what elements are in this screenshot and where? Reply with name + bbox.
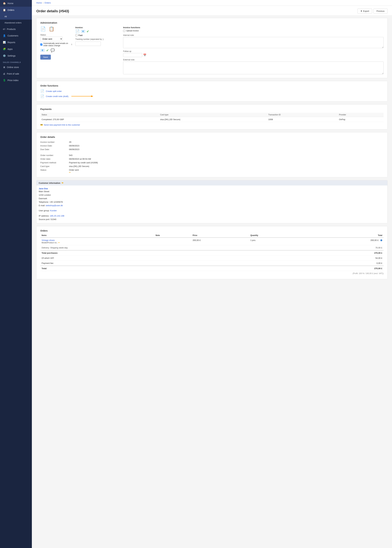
- items-table: Items Note Price Quantity Total Vintage …: [40, 233, 384, 271]
- user-group-link[interactable]: Kunder: [50, 209, 57, 212]
- products-icon: 🏷: [3, 28, 5, 30]
- export-icon: ⬆: [360, 10, 362, 12]
- paid-checkbox[interactable]: [75, 34, 77, 36]
- col-note: Note: [154, 233, 191, 238]
- auto-email-checkbox[interactable]: [40, 43, 42, 46]
- ip-link[interactable]: 185.25.142.198: [50, 215, 64, 217]
- sales-channels-label: SALES CHANNELS: [0, 59, 32, 64]
- administration-title: Administration: [40, 21, 384, 24]
- status-icons-row: 📧 ✔ 💬: [40, 48, 72, 52]
- grand-total-value: 270,00 £: [305, 266, 384, 271]
- model-edit-icon[interactable]: ✏: [58, 241, 60, 244]
- sidebar-item-settings[interactable]: ⚙️ Settings: [0, 52, 32, 59]
- main-content: Home › Orders Order details (#543) ⬆ Exp…: [32, 0, 392, 548]
- invoice-col: Invoice: 📄 📧 ✔ Paid Tracking number (sep…: [75, 26, 120, 75]
- item-row: Vintage shoes Model/Product no.: ✏ 200,0…: [40, 238, 384, 245]
- breadcrumb-separator: ›: [43, 2, 43, 4]
- sidebar-item-customers[interactable]: 👤 Customers: [0, 32, 32, 39]
- payment-provider: OnPay: [338, 117, 384, 122]
- payments-col-status: Status: [40, 113, 159, 117]
- sidebar-item-orders-abandoned[interactable]: Abandoned orders: [0, 20, 32, 26]
- invoice-functions-label: Invoice functions: [123, 26, 384, 29]
- status-label: Status:: [40, 34, 72, 36]
- external-note-textarea[interactable]: [123, 62, 384, 74]
- payment-fee-value: 0,00 £: [305, 260, 384, 266]
- invoice-number-label: Invoice number:: [40, 141, 69, 144]
- order-details-grid: Invoice number: 29 Invoice Date: 06/09/2…: [40, 141, 384, 174]
- card-type-value: visa (DK) (3D Secure): [69, 165, 384, 168]
- info-icon: ℹ: [71, 43, 72, 46]
- follow-up-input[interactable]: [123, 53, 142, 57]
- content-area: Administration 📄 📋 Status: Order sent Or…: [32, 15, 392, 285]
- save-label: Save: [43, 56, 48, 58]
- payments-table: Status Card type Transaction ID Provider…: [40, 113, 384, 122]
- invoice-doc-icon: 📄: [75, 29, 80, 34]
- orders-table-title: Orders: [40, 230, 384, 232]
- grand-total-label: Total:: [40, 266, 305, 271]
- item-total-cell: 200,00 £: [305, 238, 384, 245]
- order-number-label: Order number:: [40, 154, 69, 157]
- sidebar-item-orders[interactable]: 📋 Orders: [0, 7, 32, 13]
- source-port: Source port: 51540: [39, 218, 56, 221]
- payments-card: Payments Status Card type Transaction ID…: [36, 104, 388, 129]
- sidebar-item-point-of-sale[interactable]: 🖨 Point of sale: [0, 70, 32, 77]
- check-circle-icon: ✔: [46, 49, 49, 52]
- calendar-icon[interactable]: 📅: [143, 54, 146, 56]
- upload-invoice-checkbox[interactable]: [123, 30, 125, 32]
- doc-icon-1: 📄: [40, 26, 46, 32]
- customer-email-link[interactable]: webshop@user.dk: [46, 204, 63, 207]
- grand-total-row: Total: 270,00 £: [40, 266, 384, 271]
- follow-up-row: 📅: [123, 53, 384, 57]
- col-quantity: Quantity: [249, 233, 305, 238]
- previous-button[interactable]: Previous: [373, 9, 388, 14]
- admin-icons: 📄 📋: [40, 26, 72, 32]
- vat-row: Of which VAT: 54,00 £: [40, 255, 384, 260]
- create-credit-note-row: 📄 Create credit note (draft): [40, 94, 384, 98]
- sidebar-item-price-index[interactable]: 💲 Price index: [0, 77, 32, 84]
- send-payment-icon: 💳: [40, 124, 43, 126]
- chat-bubble-icon: 💬: [50, 48, 55, 52]
- invoice-date-value: 06/09/2023: [69, 144, 384, 147]
- item-name-link[interactable]: Vintage shoes: [42, 239, 55, 241]
- sidebar: 🏠 Home 📋 Orders All Abandoned orders 🏷 P…: [0, 0, 32, 548]
- breadcrumb-orders[interactable]: Orders: [44, 2, 51, 4]
- payment-row: Completed: 270,00 GBP visa (DK) (3D Secu…: [40, 117, 384, 122]
- create-split-order-link[interactable]: Create split order: [46, 90, 62, 92]
- payment-fee-label: Payment fee:: [40, 260, 305, 266]
- status-col: 📄 📋 Status: Order sent Order received Pr…: [40, 26, 72, 75]
- send-payment-link[interactable]: 💳 Send new payment link to the customer: [40, 124, 384, 126]
- sidebar-item-orders-all[interactable]: All: [0, 13, 32, 20]
- follow-up-label: Follow up: [123, 50, 384, 52]
- customer-section-header: Customer information ✏: [36, 180, 387, 185]
- sidebar-item-online-store[interactable]: 🖥 Online store: [0, 64, 32, 70]
- customer-name-link[interactable]: Jane Doe: [39, 187, 48, 190]
- customer-info-card: Customer information ✏ Jane Doe Main Str…: [36, 180, 388, 223]
- payment-method-value: Payment by credit card (#1008): [69, 161, 384, 164]
- reports-icon: 📊: [3, 41, 6, 44]
- save-button[interactable]: Save: [40, 55, 51, 60]
- total-purchases-label: Total purchases:: [40, 250, 305, 256]
- create-credit-note-link[interactable]: Create credit note (draft): [46, 95, 69, 98]
- col-total: Total: [305, 233, 384, 238]
- export-button[interactable]: ⬆ Export: [357, 9, 372, 14]
- status-select[interactable]: Order sent Order received Processing Shi…: [40, 37, 63, 41]
- sidebar-item-apps[interactable]: 🧩 Apps: [0, 46, 32, 52]
- order-details-title: Order details: [40, 136, 384, 138]
- arrow-svg: [71, 95, 94, 98]
- breadcrumb: Home › Orders: [36, 2, 51, 4]
- external-note-label: External note:: [123, 59, 384, 61]
- payments-col-card: Card type: [159, 113, 267, 117]
- sidebar-item-home[interactable]: 🏠 Home: [0, 0, 32, 7]
- order-date-value: 06/09/2023 at 09:54 AM: [69, 157, 384, 161]
- customer-edit-icon[interactable]: ✏: [62, 182, 63, 184]
- svg-marker-1: [91, 95, 93, 97]
- tracking-input[interactable]: [75, 42, 101, 46]
- breadcrumb-home[interactable]: Home: [36, 2, 42, 4]
- sidebar-item-products[interactable]: 🏷 Products: [0, 26, 32, 32]
- status-edit-icon[interactable]: ✏: [69, 171, 71, 174]
- sidebar-item-reports[interactable]: 📊 Reports: [0, 39, 32, 46]
- internal-note-textarea[interactable]: [123, 37, 384, 48]
- mail-forward-icon: 📧: [40, 48, 45, 52]
- total-purchases-value: 270,00 £: [305, 250, 384, 256]
- order-func-list: 📄 Create split order 📄 Create credit not…: [40, 89, 384, 98]
